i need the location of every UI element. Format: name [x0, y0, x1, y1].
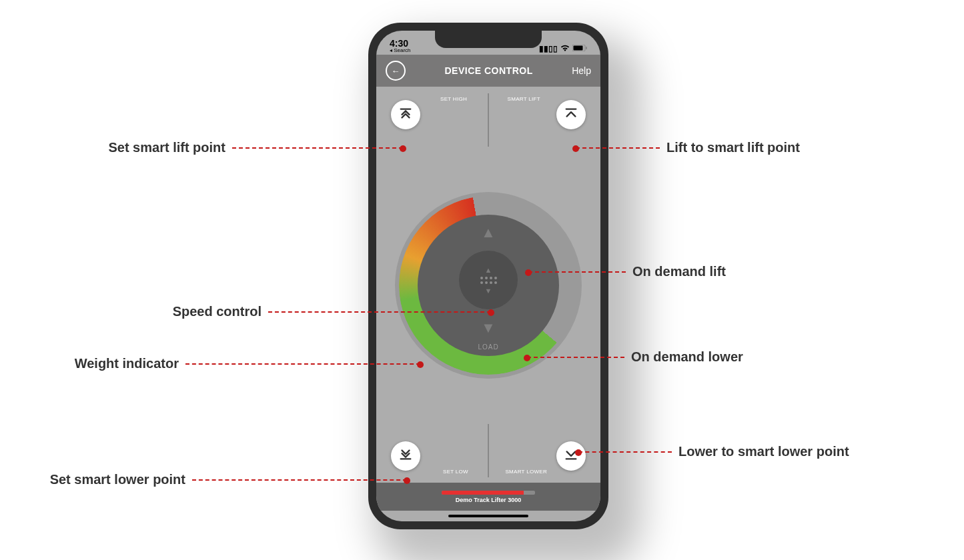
svg-rect-2	[586, 47, 587, 49]
battery-icon	[572, 44, 587, 53]
annotation-set-smart-lift: Set smart lift point	[76, 140, 403, 155]
footer-bar: Demo Track Lifter 3000	[376, 483, 600, 511]
triangle-up-icon: ▲	[481, 224, 496, 241]
annotation-on-demand-lift: On demand lift	[528, 264, 749, 279]
set-high-button[interactable]	[391, 100, 420, 129]
status-time: 4:30	[390, 39, 411, 48]
home-indicator	[448, 515, 528, 517]
set-low-button[interactable]	[391, 441, 420, 471]
phone-notch	[435, 31, 542, 48]
set-high-icon	[398, 106, 413, 123]
annotation-set-smart-lower: Set smart lower point	[9, 472, 407, 487]
annotation-weight-indicator: Weight indicator	[44, 356, 420, 371]
lower-button[interactable]: ▼	[481, 319, 496, 337]
status-back-to-app[interactable]: ◂ Search	[390, 48, 411, 53]
dial-inner: ▲ ▲ ▼ ▼ LOAD	[418, 215, 559, 356]
nav-bar: ← DEVICE CONTROL Help	[376, 55, 600, 87]
control-panel: SET HIGH SMART LIFT SET LOW SMART LOWER …	[376, 87, 600, 484]
help-button[interactable]: Help	[572, 65, 591, 76]
triangle-down-icon: ▼	[481, 319, 496, 336]
page-title: DEVICE CONTROL	[444, 65, 532, 76]
lift-button[interactable]: ▲	[481, 224, 496, 241]
speed-dots-icon	[480, 277, 497, 284]
small-triangle-down-icon: ▼	[485, 287, 492, 295]
smart-lift-button[interactable]	[556, 100, 586, 129]
smart-lift-icon	[564, 106, 578, 123]
speed-control[interactable]: ▲ ▼	[459, 251, 518, 309]
annotation-lift-smart: Lift to smart lift point	[576, 140, 849, 155]
annotation-lower-smart: Lower to smart lower point	[578, 444, 899, 459]
divider-top	[488, 93, 489, 147]
label-smart-lift: SMART LIFT	[508, 96, 540, 102]
small-triangle-up-icon: ▲	[485, 266, 492, 274]
svg-rect-1	[574, 46, 583, 51]
progress-bar	[442, 491, 535, 495]
wifi-icon	[560, 44, 570, 53]
annotation-speed-control: Speed control	[125, 304, 491, 319]
annotation-on-demand-lower: On demand lower	[527, 349, 767, 365]
label-set-high: SET HIGH	[440, 96, 467, 102]
load-label: LOAD	[478, 343, 498, 351]
status-icons: ▮▮▯▯	[539, 44, 587, 53]
device-name: Demo Track Lifter 3000	[456, 497, 522, 503]
label-smart-lower: SMART LOWER	[505, 469, 547, 475]
label-set-low: SET LOW	[443, 469, 468, 475]
back-button[interactable]: ←	[386, 61, 406, 81]
divider-bottom	[488, 424, 489, 477]
set-low-icon	[398, 447, 413, 465]
signal-icon: ▮▮▯▯	[539, 44, 558, 53]
back-arrow-icon: ←	[392, 66, 400, 76]
